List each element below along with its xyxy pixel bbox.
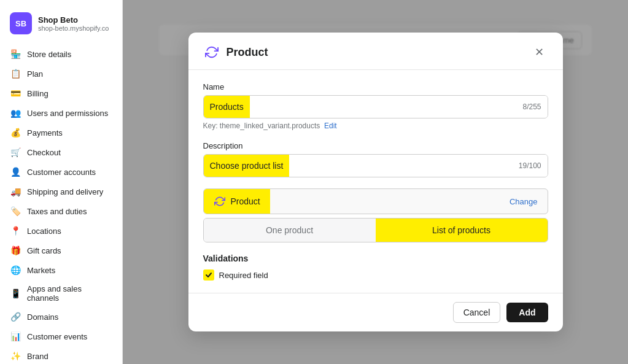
nav-icon-shipping-delivery: 🚚 [10, 186, 21, 197]
nav-icon-customer-events: 📊 [10, 331, 21, 342]
nav-label-apps-sales: Apps and sales channels [27, 284, 112, 303]
nav-label-users-permissions: Users and permissions [27, 109, 108, 118]
shop-url: shop-beto.myshopify.co [38, 25, 109, 32]
modal-title: Product [227, 46, 525, 59]
required-field-checkbox[interactable] [203, 269, 214, 281]
nav-label-domains: Domains [27, 312, 58, 322]
nav-icon-locations: 📍 [10, 225, 21, 236]
product-type-icon [203, 44, 220, 61]
modal-body: Name Products 8/255 Key: theme_linked_va… [188, 70, 563, 293]
toggle-list-products[interactable]: List of products [376, 219, 548, 242]
key-value: products [292, 122, 320, 130]
required-field-label: Required field [219, 271, 268, 280]
modal-overlay: Product ✕ Name Products 8/255 Key: theme… [123, 0, 628, 364]
nav-label-store-details: Store details [27, 50, 71, 59]
sidebar: SB Shop Beto shop-beto.myshopify.co 🏪 St… [0, 0, 123, 364]
nav-label-brand: Brand [27, 352, 48, 361]
validations-section: Validations Required field [203, 254, 548, 281]
sidebar-item-billing[interactable]: 💳 Billing [0, 83, 122, 103]
nav-icon-brand: ✨ [10, 350, 21, 362]
nav-icon-users-permissions: 👥 [10, 107, 21, 118]
nav-icon-checkout: 🛒 [10, 147, 21, 158]
toggle-one-product[interactable]: One product [204, 219, 376, 242]
sidebar-item-apps-sales[interactable]: 📱 Apps and sales channels [0, 280, 122, 307]
description-input-wrap: Choose product list 19/100 [203, 154, 548, 177]
nav-label-taxes-duties: Taxes and duties [27, 207, 87, 216]
nav-label-customer-events: Customer events [27, 332, 87, 341]
validations-title: Validations [203, 254, 548, 263]
type-change-button[interactable]: Change [500, 191, 548, 212]
modal-header: Product ✕ [188, 33, 563, 70]
required-field-wrap[interactable]: Required field [203, 269, 548, 281]
modal-footer: Cancel Add [188, 293, 563, 331]
field-key: Key: theme_linked_variant.products Edit [203, 122, 548, 130]
nav-icon-customer-accounts: 👤 [10, 166, 21, 177]
shop-name: Shop Beto [38, 15, 109, 25]
nav-label-payments: Payments [27, 128, 63, 137]
sidebar-item-domains[interactable]: 🔗 Domains [0, 307, 122, 327]
nav-label-locations: Locations [27, 227, 61, 236]
cancel-button[interactable]: Cancel [453, 302, 501, 323]
description-field-group: Description Choose product list 19/100 [203, 141, 548, 177]
toggle-group: One product List of products [203, 218, 548, 242]
nav-icon-store-details: 🏪 [10, 48, 21, 60]
key-edit-link[interactable]: Edit [324, 122, 337, 130]
name-input-count: 8/255 [516, 96, 547, 118]
description-label: Description [203, 141, 548, 150]
nav-icon-apps-sales: 📱 [10, 288, 21, 299]
modal: Product ✕ Name Products 8/255 Key: theme… [188, 33, 563, 331]
sidebar-item-markets[interactable]: 🌐 Markets [0, 260, 122, 280]
sidebar-item-users-permissions[interactable]: 👥 Users and permissions [0, 103, 122, 123]
name-field-group: Name Products 8/255 Key: theme_linked_va… [203, 82, 548, 130]
sidebar-item-payments[interactable]: 💰 Payments [0, 123, 122, 142]
shop-info: Shop Beto shop-beto.myshopify.co [38, 15, 109, 32]
avatar: SB [10, 12, 32, 34]
description-input-count: 19/100 [513, 155, 548, 177]
nav-label-shipping-delivery: Shipping and delivery [27, 187, 103, 196]
key-prefix: Key: theme_linked_variant. [203, 122, 292, 130]
description-input-value[interactable]: Choose product list [204, 155, 290, 177]
sidebar-nav: 🏪 Store details 📋 Plan 💳 Billing 👥 Users… [0, 44, 122, 364]
nav-icon-domains: 🔗 [10, 311, 21, 322]
sidebar-top: SB Shop Beto shop-beto.myshopify.co [0, 7, 122, 44]
name-input-wrap: Products 8/255 [203, 95, 548, 118]
nav-icon-taxes-duties: 🏷️ [10, 206, 21, 217]
name-label: Name [203, 82, 548, 91]
nav-icon-gift-cards: 🎁 [10, 245, 21, 256]
sidebar-item-checkout[interactable]: 🛒 Checkout [0, 142, 122, 162]
sidebar-item-taxes-duties[interactable]: 🏷️ Taxes and duties [0, 201, 122, 221]
sidebar-item-gift-cards[interactable]: 🎁 Gift cards [0, 241, 122, 260]
nav-label-gift-cards: Gift cards [27, 246, 61, 255]
sidebar-item-shipping-delivery[interactable]: 🚚 Shipping and delivery [0, 182, 122, 201]
nav-label-checkout: Checkout [27, 148, 61, 157]
nav-label-markets: Markets [27, 266, 55, 275]
sidebar-item-brand[interactable]: ✨ Brand [0, 346, 122, 364]
type-selector-left: Product [204, 189, 270, 214]
sidebar-item-customer-accounts[interactable]: 👤 Customer accounts [0, 162, 122, 182]
add-button[interactable]: Add [506, 303, 548, 322]
nav-icon-plan: 📋 [10, 68, 21, 79]
type-icon [214, 195, 226, 207]
name-input-value[interactable]: Products [204, 96, 250, 118]
nav-icon-billing: 💳 [10, 88, 21, 99]
sidebar-item-customer-events[interactable]: 📊 Customer events [0, 327, 122, 346]
nav-icon-payments: 💰 [10, 127, 21, 138]
sidebar-item-store-details[interactable]: 🏪 Store details [0, 44, 122, 64]
sidebar-item-plan[interactable]: 📋 Plan [0, 64, 122, 83]
type-label: Product [231, 196, 260, 206]
name-input-rest[interactable] [250, 96, 517, 118]
description-input-rest[interactable] [289, 155, 512, 177]
close-button[interactable]: ✕ [531, 44, 548, 61]
nav-label-plan: Plan [27, 69, 43, 79]
nav-label-customer-accounts: Customer accounts [27, 168, 96, 177]
main-area: 20/255 Display name Product ✕ [123, 0, 628, 364]
nav-icon-markets: 🌐 [10, 265, 21, 276]
sidebar-item-locations[interactable]: 📍 Locations [0, 221, 122, 241]
type-selector: Product Change [203, 188, 548, 214]
nav-label-billing: Billing [27, 89, 48, 98]
